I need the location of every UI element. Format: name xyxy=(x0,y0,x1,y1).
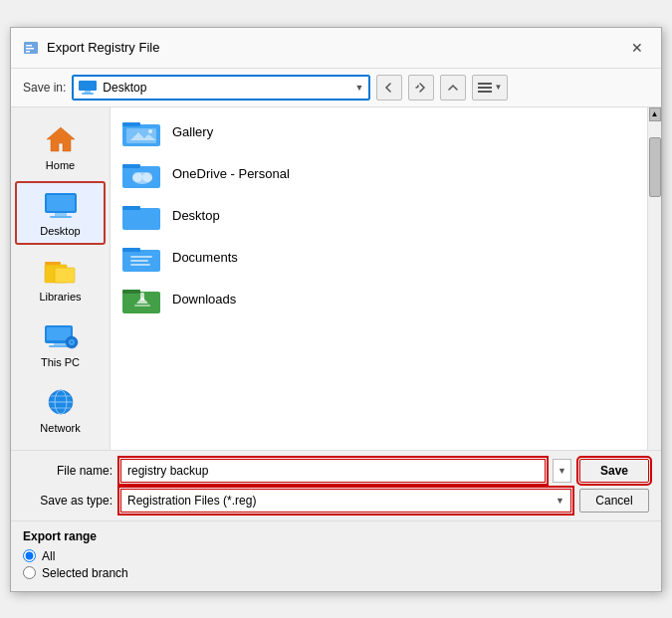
svg-rect-44 xyxy=(130,256,152,258)
home-icon xyxy=(43,123,79,155)
view-button[interactable]: ▼ xyxy=(472,75,508,101)
location-dropdown-inner: Desktop xyxy=(79,81,146,95)
filename-chevron-icon: ▼ xyxy=(558,466,566,476)
svg-rect-50 xyxy=(140,293,144,301)
svg-point-38 xyxy=(132,172,142,182)
title-bar: Export Registry File ✕ xyxy=(11,28,661,69)
list-item[interactable]: Documents xyxy=(111,237,647,279)
forward-button[interactable] xyxy=(408,75,434,101)
back-icon xyxy=(383,82,395,94)
scrollbar-thumb[interactable] xyxy=(649,137,661,197)
save-in-label: Save in: xyxy=(23,81,66,95)
selected-branch-radio[interactable] xyxy=(23,566,36,579)
this-pc-icon xyxy=(43,320,79,352)
scrollbar[interactable]: ▲ xyxy=(647,107,661,450)
svg-rect-16 xyxy=(45,262,61,265)
svg-rect-36 xyxy=(122,164,140,168)
libraries-icon xyxy=(43,255,79,287)
save-as-type-row: Save as type: Registration Files (*.reg)… xyxy=(23,489,649,513)
svg-point-39 xyxy=(142,172,152,182)
gallery-icon xyxy=(122,116,162,148)
filename-dropdown-arrow[interactable]: ▼ xyxy=(553,459,571,483)
file-list: Gallery OneDrive - Perso xyxy=(111,107,647,450)
gallery-name: Gallery xyxy=(172,124,213,139)
svg-rect-1 xyxy=(26,45,32,47)
save-button[interactable]: Save xyxy=(579,459,649,483)
sidebar: Home Desktop Libraries xyxy=(11,107,111,450)
onedrive-folder-icon xyxy=(122,158,162,190)
downloads-folder-icon xyxy=(122,284,162,315)
bottom-section: File name: ▼ Save Save as type: Registra… xyxy=(11,450,661,520)
sidebar-item-network-label: Network xyxy=(40,422,80,434)
svg-rect-48 xyxy=(122,290,140,294)
svg-rect-45 xyxy=(130,260,148,262)
sidebar-item-this-pc[interactable]: This PC xyxy=(15,312,106,376)
sidebar-item-this-pc-label: This PC xyxy=(41,356,80,368)
location-dropdown[interactable]: Desktop ▼ xyxy=(72,75,370,101)
network-icon xyxy=(43,386,79,418)
sidebar-item-libraries-label: Libraries xyxy=(39,291,81,303)
desktop-name: Desktop xyxy=(172,208,220,223)
svg-rect-6 xyxy=(82,93,94,95)
save-as-type-value: Registration Files (*.reg) xyxy=(127,494,256,508)
svg-rect-40 xyxy=(122,208,160,230)
sidebar-item-home[interactable]: Home xyxy=(15,115,106,179)
list-item[interactable]: OneDrive - Personal xyxy=(111,153,647,195)
sidebar-item-libraries[interactable]: Libraries xyxy=(15,247,106,310)
svg-point-34 xyxy=(148,129,152,133)
save-as-type-label: Save as type: xyxy=(23,494,112,508)
location-chevron-icon: ▼ xyxy=(354,83,363,93)
svg-rect-14 xyxy=(50,216,72,218)
save-as-type-dropdown[interactable]: Registration Files (*.reg) ▼ xyxy=(120,489,571,513)
svg-rect-43 xyxy=(122,248,140,252)
desktop-folder-icon xyxy=(122,200,162,232)
svg-rect-2 xyxy=(26,48,34,50)
sidebar-item-desktop[interactable]: Desktop xyxy=(15,181,106,245)
desktop-folder-icon-svg xyxy=(122,200,162,232)
downloads-icon xyxy=(122,284,162,315)
svg-rect-17 xyxy=(55,268,75,283)
close-button[interactable]: ✕ xyxy=(625,36,649,60)
svg-rect-31 xyxy=(122,122,140,126)
selected-branch-radio-row: Selected branch xyxy=(23,566,649,580)
list-item[interactable]: Desktop xyxy=(111,195,647,237)
list-item[interactable]: Gallery xyxy=(111,111,647,153)
svg-rect-7 xyxy=(478,83,492,85)
documents-folder-icon xyxy=(122,242,162,274)
toolbar-row: Save in: Desktop ▼ xyxy=(11,69,661,107)
onedrive-icon xyxy=(122,158,162,190)
svg-rect-51 xyxy=(134,305,150,307)
sidebar-item-network[interactable]: Network xyxy=(15,378,106,442)
back-button[interactable] xyxy=(376,75,402,101)
main-content: Home Desktop Libraries xyxy=(11,107,661,450)
documents-name: Documents xyxy=(172,250,238,265)
svg-rect-5 xyxy=(85,91,91,93)
selected-branch-radio-label[interactable]: Selected branch xyxy=(42,566,128,580)
desktop-icon xyxy=(43,189,79,221)
svg-rect-8 xyxy=(478,87,492,89)
location-desktop-icon xyxy=(79,81,97,95)
scrollbar-up-button[interactable]: ▲ xyxy=(649,107,661,121)
documents-icon xyxy=(122,242,162,274)
downloads-name: Downloads xyxy=(172,292,236,307)
svg-rect-9 xyxy=(478,91,492,93)
sidebar-item-desktop-label: Desktop xyxy=(40,225,80,237)
all-radio[interactable] xyxy=(23,549,36,562)
view-icon xyxy=(478,82,492,94)
up-button[interactable] xyxy=(440,75,466,101)
onedrive-name: OneDrive - Personal xyxy=(172,166,290,181)
svg-rect-13 xyxy=(55,213,67,216)
dialog-title: Export Registry File xyxy=(47,40,159,55)
location-text: Desktop xyxy=(103,81,146,95)
filename-input[interactable] xyxy=(120,459,546,483)
all-radio-row: All xyxy=(23,549,649,563)
cancel-button[interactable]: Cancel xyxy=(579,489,649,513)
svg-rect-4 xyxy=(79,81,97,91)
svg-rect-41 xyxy=(122,206,140,210)
all-radio-label[interactable]: All xyxy=(42,549,55,563)
sidebar-item-home-label: Home xyxy=(46,159,75,171)
export-registry-dialog: Export Registry File ✕ Save in: Desktop … xyxy=(10,27,662,592)
list-item[interactable]: Downloads xyxy=(111,279,647,320)
export-range-title: Export range xyxy=(23,529,649,543)
save-as-type-chevron-icon: ▼ xyxy=(556,496,564,506)
